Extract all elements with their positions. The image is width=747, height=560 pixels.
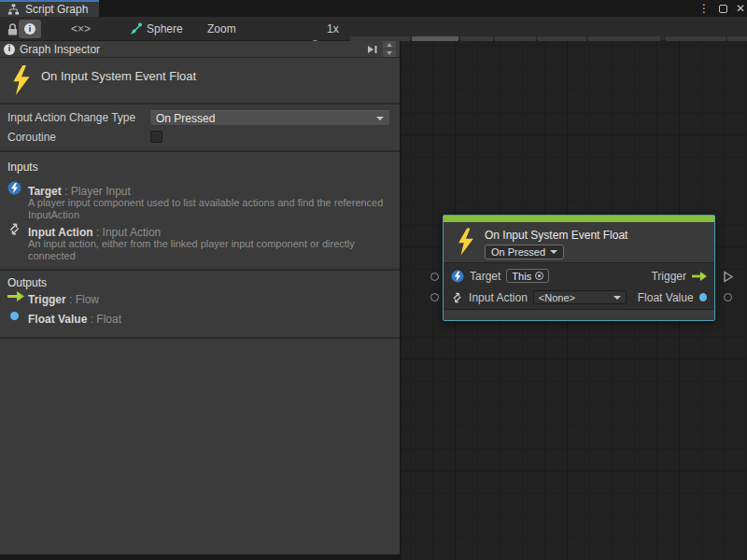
player-input-icon <box>451 270 464 283</box>
scrub-down-button[interactable] <box>383 49 396 57</box>
input-item-target-description: A player input component used to list av… <box>28 197 390 221</box>
divider <box>0 337 400 339</box>
event-bolt-icon <box>11 65 32 95</box>
player-input-icon <box>7 181 21 195</box>
chevron-down-icon <box>550 250 557 254</box>
input-action-icon <box>7 222 21 236</box>
inputs-section-title: Inputs <box>7 161 38 174</box>
output-item-float-value: Float Value : Float <box>28 310 121 327</box>
external-output-port[interactable] <box>724 293 732 301</box>
scrub-up-button[interactable] <box>383 41 396 49</box>
window-maximize-button[interactable] <box>715 1 730 16</box>
coroutine-checkbox[interactable] <box>150 131 162 143</box>
zoom-value: 1x <box>327 22 339 35</box>
graph-canvas[interactable]: On Input System Event Float On Pressed T… <box>400 41 747 560</box>
input-action-port-label: Input Action <box>469 291 528 304</box>
outputs-section-title: Outputs <box>7 276 47 289</box>
coroutine-label: Coroutine <box>7 131 56 144</box>
object-picker-icon[interactable] <box>535 272 543 280</box>
graph-name-label: Sphere <box>147 22 183 35</box>
inspector-scrubber <box>383 41 396 57</box>
chevron-up-icon <box>387 43 392 47</box>
window-menu-button[interactable]: ⋮ <box>697 1 712 16</box>
tab-script-graph[interactable]: Script Graph <box>0 0 99 17</box>
lock-icon[interactable] <box>7 22 19 36</box>
tab-title: Script Graph <box>25 3 88 16</box>
node-color-bar <box>444 216 714 222</box>
close-icon: ✕ <box>736 2 745 15</box>
target-port-label: Target <box>470 270 500 283</box>
divider <box>0 103 400 105</box>
flow-arrow-icon <box>7 291 24 301</box>
event-bolt-icon <box>458 228 474 256</box>
node-row-input-action: Input Action <None> Float Value <box>444 287 714 308</box>
change-type-dropdown[interactable]: On Pressed <box>149 110 390 126</box>
float-value-port-icon[interactable] <box>699 293 707 301</box>
target-object-field[interactable]: This <box>506 269 549 283</box>
inspector-title: Graph Inspector <box>20 43 362 56</box>
external-input-port-2[interactable] <box>430 293 439 301</box>
inspected-node-title: On Input System Event Float <box>41 69 196 83</box>
float-port-icon <box>10 312 19 320</box>
divider <box>0 269 400 271</box>
window-close-button[interactable]: ✕ <box>733 1 747 16</box>
external-input-port-1[interactable] <box>430 273 439 281</box>
graph-inspector-panel: i Graph Inspector On Input System Event … <box>0 41 400 554</box>
node-header[interactable]: On Input System Event Float On Pressed <box>444 222 714 263</box>
script-graph-asset-icon <box>130 22 143 35</box>
trigger-port-label: Trigger <box>651 270 686 283</box>
chevron-down-icon <box>613 296 621 300</box>
output-item-trigger: Trigger : Flow <box>28 290 99 307</box>
graph-toolbar: i <×> Sphere Zoom 1x Relations Values Di… <box>0 17 747 41</box>
chevron-down-icon <box>376 117 384 120</box>
code-view-icon[interactable]: <×> <box>71 22 91 35</box>
script-graph-window: Script Graph ⋮ ✕ i <×> Sphere Zoom 1x <box>0 0 747 560</box>
node-footer <box>444 309 714 320</box>
node-title: On Input System Event Float <box>485 229 627 242</box>
dock-panel-icon[interactable] <box>367 45 378 54</box>
change-type-label: Input Action Change Type <box>7 111 135 124</box>
external-trigger-port[interactable] <box>723 271 734 283</box>
menu-dots-icon: ⋮ <box>698 2 710 15</box>
divider <box>0 150 400 152</box>
info-icon: i <box>24 23 35 35</box>
maximize-icon <box>719 5 727 13</box>
input-action-icon <box>451 291 463 304</box>
tab-bar: Script Graph ⋮ ✕ <box>0 0 747 17</box>
inspector-toggle-button[interactable]: i <box>19 20 41 38</box>
chevron-down-icon <box>387 51 392 55</box>
node-row-target: Target This Trigger <box>444 265 714 287</box>
input-action-dropdown[interactable]: <None> <box>533 290 627 304</box>
input-item-action-description: An input action, either from the linked … <box>28 238 390 262</box>
on-input-system-event-float-node[interactable]: On Input System Event Float On Pressed T… <box>443 215 715 321</box>
float-value-port-label: Float Value <box>638 291 694 304</box>
graph-hierarchy-icon <box>7 4 20 15</box>
trigger-port-icon[interactable] <box>692 272 707 281</box>
zoom-label: Zoom <box>207 22 236 35</box>
node-mode-dropdown[interactable]: On Pressed <box>485 245 564 259</box>
info-icon: i <box>4 44 15 55</box>
inspector-header: i Graph Inspector <box>0 41 400 58</box>
